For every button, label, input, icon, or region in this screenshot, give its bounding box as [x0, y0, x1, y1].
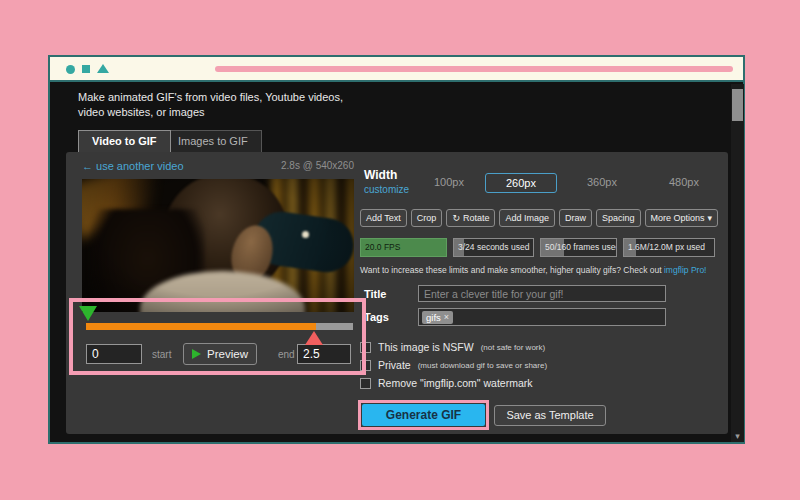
nsfw-checkbox[interactable] — [360, 342, 371, 353]
seconds-used-meter: 3/24 seconds used — [453, 238, 534, 257]
spacing-button[interactable]: Spacing — [596, 209, 641, 227]
timeline-track[interactable] — [86, 323, 353, 330]
browser-topbar — [50, 57, 743, 82]
video-light-dot — [302, 231, 309, 238]
save-as-template-button[interactable]: Save as Template — [494, 405, 606, 426]
video-background-lights — [272, 179, 354, 312]
crop-label: Crop — [417, 213, 437, 223]
spacing-label: Spacing — [602, 213, 635, 223]
pro-upsell-prefix: Want to increase these limits and make s… — [360, 265, 664, 275]
width-label: Width — [364, 168, 397, 182]
video-dark-hair — [90, 209, 205, 312]
end-time-input[interactable] — [297, 344, 351, 364]
screenshot-background: Make animated GIF's from video files, Yo… — [0, 0, 800, 500]
more-options-label: More Options — [651, 213, 705, 223]
edit-toolbar: Add Text Crop ↻ Rotate Add Image Draw Sp… — [360, 209, 718, 227]
watermark-label: Remove "imgflip.com" watermark — [378, 377, 533, 389]
crop-button[interactable]: Crop — [411, 209, 443, 227]
pro-upsell-text: Want to increase these limits and make s… — [360, 265, 720, 275]
tags-label: Tags — [364, 311, 389, 323]
start-label: start — [152, 349, 171, 360]
title-input[interactable] — [418, 285, 666, 302]
intro-text: Make animated GIF's from video files, Yo… — [78, 90, 348, 120]
draw-label: Draw — [565, 213, 586, 223]
add-image-button[interactable]: Add Image — [499, 209, 555, 227]
scrollbar-down-arrow-icon[interactable]: ▾ — [731, 431, 744, 441]
tab-video-to-gif[interactable]: Video to GIF — [78, 130, 171, 152]
add-text-button[interactable]: Add Text — [360, 209, 407, 227]
window-triangle-icon — [97, 64, 109, 73]
private-note: (must download gif to save or share) — [418, 361, 547, 370]
title-label: Title — [364, 288, 386, 300]
video-man-head — [164, 179, 288, 291]
scrollbar[interactable]: ▾ — [731, 84, 744, 442]
fps-meter-label: 20.0 FPS — [361, 239, 446, 256]
tag-chip-gifs: gifs× — [422, 311, 453, 324]
seconds-used-label: 3/24 seconds used — [454, 239, 533, 256]
frames-used-meter: 50/160 frames used — [540, 238, 617, 257]
pro-upsell-suffix: ! — [704, 265, 706, 275]
video-amber-glow — [82, 179, 193, 239]
video-shoulder — [140, 271, 305, 312]
video-dark-sleeve — [251, 208, 354, 275]
rotate-label: Rotate — [463, 213, 490, 223]
scrollbar-thumb[interactable] — [732, 89, 743, 121]
draw-button[interactable]: Draw — [559, 209, 592, 227]
width-option-480px[interactable]: 480px — [669, 176, 699, 188]
usage-meters: 20.0 FPS 3/24 seconds used 50/160 frames… — [360, 238, 715, 257]
imgflip-pro-link[interactable]: imgflip Pro — [664, 265, 704, 275]
tab-images-to-gif[interactable]: Images to GIF — [164, 130, 262, 152]
pixels-used-meter: 1.6M/12.0M px used — [623, 238, 715, 257]
frames-used-label: 50/160 frames used — [541, 239, 616, 256]
video-header: ← use another video 2.8s @ 540x260 — [82, 160, 354, 172]
chevron-down-icon: ▾ — [708, 213, 713, 223]
generate-gif-button[interactable]: Generate GIF — [362, 404, 485, 426]
tags-input[interactable]: gifs× — [418, 308, 666, 326]
private-label: Private — [378, 359, 411, 371]
gif-editor-panel: ← use another video 2.8s @ 540x260 start — [66, 152, 728, 434]
width-option-100px[interactable]: 100px — [434, 176, 464, 188]
more-options-button[interactable]: More Options ▾ — [645, 209, 719, 227]
width-option-360px[interactable]: 360px — [587, 176, 617, 188]
tag-remove-icon[interactable]: × — [444, 312, 449, 322]
window-square-icon — [82, 65, 90, 73]
width-option-260px-selected[interactable]: 260px — [485, 173, 557, 193]
private-checkbox[interactable] — [360, 360, 371, 371]
rotate-button[interactable]: ↻ Rotate — [446, 209, 495, 227]
video-preview — [82, 179, 354, 312]
add-text-label: Add Text — [366, 213, 401, 223]
fps-meter: 20.0 FPS — [360, 238, 447, 257]
timeline-selected-range — [86, 323, 316, 330]
pixels-used-label: 1.6M/12.0M px used — [624, 239, 714, 256]
end-label: end — [278, 349, 295, 360]
preview-button[interactable]: Preview — [183, 343, 257, 365]
timeline-start-marker[interactable] — [79, 306, 97, 321]
play-icon — [192, 349, 201, 359]
url-bar — [215, 66, 733, 72]
customize-link[interactable]: customize — [364, 184, 409, 195]
timeline-end-marker[interactable] — [305, 331, 323, 345]
nsfw-label: This image is NSFW — [378, 341, 474, 353]
browser-window: Make animated GIF's from video files, Yo… — [48, 55, 745, 444]
nsfw-row: This image is NSFW (not safe for work) — [360, 341, 545, 353]
video-hand — [226, 221, 279, 287]
private-row: Private (must download gif to save or sh… — [360, 359, 547, 371]
rotate-icon: ↻ — [452, 213, 460, 223]
nsfw-note: (not safe for work) — [481, 343, 545, 352]
watermark-row: Remove "imgflip.com" watermark — [360, 377, 540, 389]
start-time-input[interactable] — [86, 344, 142, 364]
watermark-checkbox[interactable] — [360, 378, 371, 389]
window-circle-icon — [66, 65, 75, 74]
preview-button-label: Preview — [207, 348, 248, 360]
use-another-video-link[interactable]: ← use another video — [82, 160, 184, 172]
tag-chip-label: gifs — [426, 312, 441, 323]
video-meta: 2.8s @ 540x260 — [281, 160, 354, 172]
add-image-label: Add Image — [505, 213, 549, 223]
